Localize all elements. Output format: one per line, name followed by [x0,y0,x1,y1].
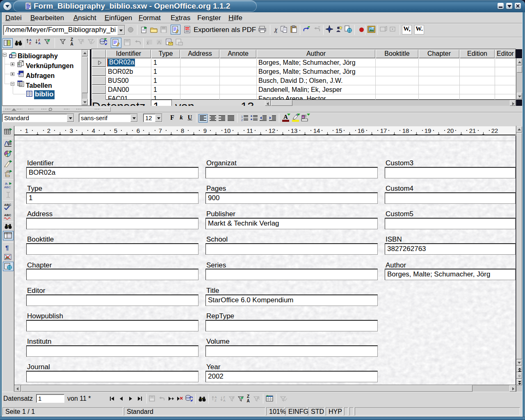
svg-text:1: 1 [241,115,243,118]
svg-text:ABC: ABC [4,203,11,207]
svg-text:A: A [38,41,41,44]
svg-text:Z: Z [29,41,31,44]
svg-text:ABC: ABC [4,185,11,189]
svg-text:A: A [223,399,226,402]
svg-text:2: 2 [241,119,243,121]
svg-text:PDF: PDF [185,27,190,30]
svg-text:ABC: ABC [4,213,11,217]
svg-text:g: g [302,116,304,119]
svg-text:Z: Z [215,399,217,402]
